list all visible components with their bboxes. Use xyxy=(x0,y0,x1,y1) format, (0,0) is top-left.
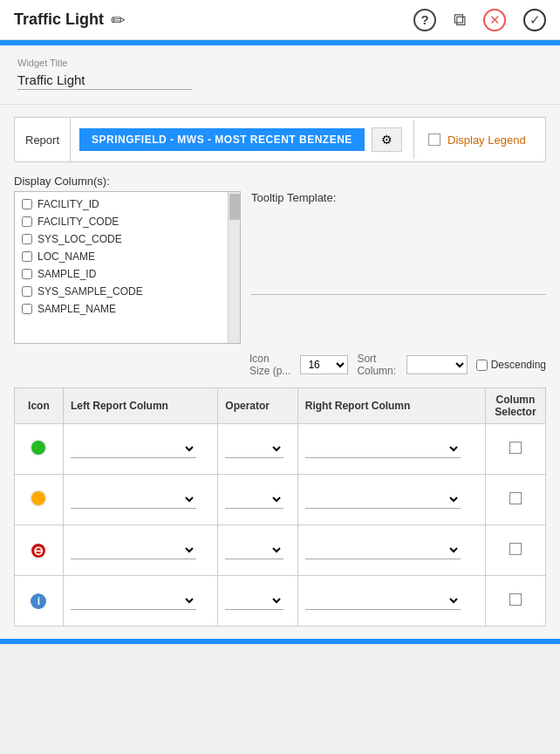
main-content: Report SPRINGFIELD - MWS - MOST RECENT B… xyxy=(0,105,560,639)
selector-cell-2 xyxy=(485,475,545,525)
col-cb-facility-id[interactable] xyxy=(22,199,32,209)
operator-select-4[interactable] xyxy=(225,592,283,610)
selector-cell-3 xyxy=(485,525,545,576)
columns-list-wrap[interactable]: FACILITY_ID FACILITY_CODE SYS_LOC_CODE L… xyxy=(14,191,241,344)
close-icon[interactable]: ✕ xyxy=(483,9,506,31)
col-cb-sys-sample-code[interactable] xyxy=(22,286,32,297)
col-cb-sample-name[interactable] xyxy=(22,304,32,314)
right-col-cell-3 xyxy=(297,525,485,576)
title-bar-icons: ? ⧉ ✕ ✓ xyxy=(413,9,546,31)
left-col-cell-2 xyxy=(63,475,217,525)
accent-bar-bottom xyxy=(0,639,560,644)
column-selector-cb-3[interactable] xyxy=(509,543,522,555)
table-body: ⊖ xyxy=(15,424,546,627)
right-column-select-2[interactable] xyxy=(305,490,461,509)
operator-cell-3 xyxy=(218,525,297,576)
list-item: SAMPLE_NAME xyxy=(15,300,240,318)
display-legend-label: Display Legend xyxy=(447,134,526,147)
descending-label: Descending xyxy=(476,359,546,371)
left-col-cell-4 xyxy=(63,576,217,627)
gear-button[interactable]: ⚙ xyxy=(372,127,402,152)
header-icon: Icon xyxy=(15,388,64,424)
right-column-select-1[interactable] xyxy=(305,440,461,458)
legend-area: Display Legend xyxy=(414,134,545,147)
icon-cell-red: ⊖ xyxy=(15,525,64,576)
report-button[interactable]: SPRINGFIELD - MWS - MOST RECENT BENZENE xyxy=(79,128,365,151)
operator-select-3[interactable] xyxy=(225,541,283,559)
display-legend-checkbox[interactable] xyxy=(428,134,440,146)
yellow-light-icon xyxy=(31,491,45,505)
left-column-select-4[interactable] xyxy=(71,592,196,610)
report-label: Report xyxy=(15,118,71,161)
sort-column-select[interactable] xyxy=(406,355,468,374)
header-column-selector: Column Selector xyxy=(485,388,545,424)
col-label-facility-code: FACILITY_CODE xyxy=(38,216,119,228)
col-label-sample-name: SAMPLE_NAME xyxy=(38,303,116,315)
columns-list: FACILITY_ID FACILITY_CODE SYS_LOC_CODE L… xyxy=(15,192,240,321)
table-row xyxy=(15,475,546,525)
report-section: Report SPRINGFIELD - MWS - MOST RECENT B… xyxy=(14,117,546,162)
right-col-cell-1 xyxy=(297,424,485,475)
col-label-loc-name: LOC_NAME xyxy=(38,250,95,263)
conditions-table: Icon Left Report Column Operator Right R… xyxy=(14,387,546,627)
operator-select-2[interactable] xyxy=(225,490,283,509)
scrollbar[interactable] xyxy=(228,192,240,343)
confirm-icon[interactable]: ✓ xyxy=(523,9,546,31)
header-left-column: Left Report Column xyxy=(63,388,217,424)
operator-cell-1 xyxy=(218,424,297,475)
app-title: Traffic Light xyxy=(14,10,104,29)
col-cb-sample-id[interactable] xyxy=(22,269,32,279)
header-right-column: Right Report Column xyxy=(297,388,485,424)
sort-column-label: Sort Column: xyxy=(357,353,397,377)
left-column-select-2[interactable] xyxy=(71,490,196,509)
info-light-icon: i xyxy=(31,593,46,609)
column-selector-cb-1[interactable] xyxy=(509,442,522,454)
selector-cell-4 xyxy=(485,576,545,627)
list-item: FACILITY_CODE xyxy=(15,213,240,230)
list-item: FACILITY_ID xyxy=(15,195,240,213)
tooltip-textarea[interactable] xyxy=(251,208,546,295)
list-item: SAMPLE_ID xyxy=(15,265,240,283)
widget-title-label: Widget Title xyxy=(17,58,67,68)
selector-cell-1 xyxy=(485,424,545,475)
col-cb-loc-name[interactable] xyxy=(22,251,32,262)
title-bar: Traffic Light ✏ ? ⧉ ✕ ✓ xyxy=(0,0,560,40)
table-row: i xyxy=(15,576,546,627)
col-label-sys-loc-code: SYS_LOC_CODE xyxy=(38,233,122,245)
widget-title-area: Widget Title xyxy=(0,45,560,105)
operator-select-1[interactable] xyxy=(225,440,283,458)
table-row: ⊖ xyxy=(15,525,546,576)
list-item: LOC_NAME xyxy=(15,248,240,265)
widget-title-input[interactable] xyxy=(17,71,192,90)
help-icon[interactable]: ? xyxy=(413,9,436,31)
icon-size-select[interactable]: 8 10 12 14 16 18 20 24 32 xyxy=(300,355,348,374)
col-label-facility-id: FACILITY_ID xyxy=(38,198,99,210)
col-cb-sys-loc-code[interactable] xyxy=(22,234,32,244)
descending-text: Descending xyxy=(491,359,546,371)
columns-section: Display Column(s): FACILITY_ID FACILITY_… xyxy=(14,175,546,344)
report-controls: SPRINGFIELD - MWS - MOST RECENT BENZENE … xyxy=(71,120,414,159)
tooltip-label: Tooltip Template: xyxy=(251,191,546,204)
icon-cell-green xyxy=(15,424,64,475)
icon-cell-info: i xyxy=(15,576,64,627)
copy-icon[interactable]: ⧉ xyxy=(454,10,466,30)
left-column-select-1[interactable] xyxy=(71,440,196,458)
operator-cell-4 xyxy=(218,576,297,627)
right-col-cell-4 xyxy=(297,576,485,627)
tooltip-section: Tooltip Template: xyxy=(251,191,546,344)
left-column-select-3[interactable] xyxy=(71,541,196,559)
edit-icon[interactable]: ✏ xyxy=(111,10,126,31)
col-label-sample-id: SAMPLE_ID xyxy=(38,268,96,280)
icon-cell-yellow xyxy=(15,475,64,525)
column-selector-cb-2[interactable] xyxy=(509,492,522,504)
col-cb-facility-code[interactable] xyxy=(22,216,32,227)
right-column-select-3[interactable] xyxy=(305,541,461,559)
red-light-icon: ⊖ xyxy=(31,544,45,558)
descending-checkbox[interactable] xyxy=(476,360,488,371)
scrollbar-thumb xyxy=(229,194,240,220)
operator-cell-2 xyxy=(218,475,297,525)
column-selector-cb-4[interactable] xyxy=(509,593,522,606)
table-row xyxy=(15,424,546,475)
left-col-cell-1 xyxy=(63,424,217,475)
right-column-select-4[interactable] xyxy=(305,592,461,610)
